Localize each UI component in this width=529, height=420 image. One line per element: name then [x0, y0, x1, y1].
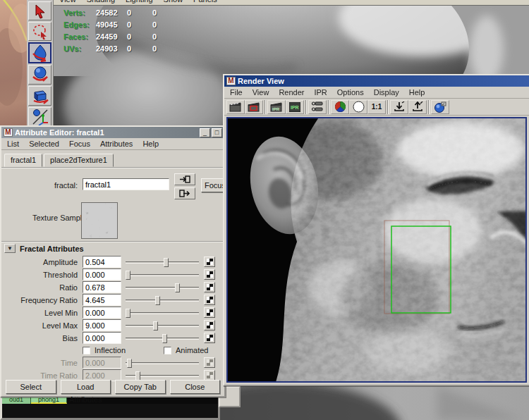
level-max-slider[interactable]	[126, 321, 199, 331]
ae-menu-attributes[interactable]: Attributes	[100, 140, 133, 148]
rv-menu-help[interactable]: Help	[409, 88, 425, 97]
clapperboard-icon	[229, 101, 242, 112]
keep-image-button[interactable]	[390, 100, 408, 114]
inflection-checkbox[interactable]	[83, 347, 90, 354]
render-current-frame-button[interactable]	[226, 100, 245, 114]
ae-menu-list[interactable]: List	[7, 140, 19, 148]
animated-checkbox[interactable]	[164, 347, 171, 354]
frequency-ratio-slider[interactable]	[126, 295, 199, 306]
checker-map-icon	[207, 284, 213, 290]
hud-uvs-col3: 0	[152, 44, 178, 53]
animated-label: Animated	[176, 346, 208, 354]
ratio-input[interactable]	[83, 281, 121, 293]
minimize-button[interactable]: _	[200, 128, 210, 137]
rv-menu-render[interactable]: Render	[279, 88, 304, 97]
hud-verts-row: Verts: 24582 0 0	[63, 6, 178, 18]
attribute-editor-tab-bar: fractal1 place2dTexture1	[1, 150, 224, 168]
render-view-menubar: File View Render IPR Options Display Hel…	[224, 87, 529, 99]
ratio-slider[interactable]	[126, 283, 199, 293]
tab-fractal1[interactable]: fractal1	[4, 154, 42, 167]
fractal-attributes-section-title: Fractal Attributes	[20, 245, 84, 253]
heads-up-display: Verts: 24582 0 0 Edges: 49045 0 0 Faces:…	[63, 6, 178, 54]
redo-previous-render-button[interactable]	[245, 100, 263, 114]
frequency-ratio-input[interactable]	[83, 294, 121, 306]
level-max-input[interactable]	[83, 319, 121, 331]
bias-input[interactable]	[83, 332, 121, 344]
copy-tab-button[interactable]: Copy Tab	[115, 380, 166, 394]
viewport-menu-view[interactable]: View	[59, 0, 76, 4]
amplitude-row: Amplitude	[1, 256, 224, 268]
display-real-size-button[interactable]: 1:1	[367, 100, 386, 114]
level-min-map-button[interactable]	[204, 307, 215, 318]
output-connection-button[interactable]	[174, 187, 195, 199]
checker-map-icon	[207, 335, 213, 341]
time-ratio-map-button	[204, 370, 215, 381]
rotate-tool-button[interactable]	[28, 65, 51, 85]
render-globals-button[interactable]	[431, 100, 449, 114]
snapshot-button[interactable]	[308, 100, 327, 114]
texture-sample-label: Texture Sample	[32, 214, 86, 222]
checker-map-icon	[207, 372, 213, 378]
rv-menu-display[interactable]: Display	[374, 88, 399, 97]
scale-cube-icon	[31, 87, 49, 105]
keep-image-arrow-icon	[394, 101, 405, 112]
scale-tool-button[interactable]	[28, 86, 51, 106]
hud-faces-col2: 0	[127, 32, 152, 41]
remove-image-button[interactable]	[408, 100, 427, 114]
select-tool-button[interactable]	[28, 1, 51, 20]
ae-menu-selected[interactable]: Selected	[29, 140, 59, 148]
close-button[interactable]: Close	[170, 380, 221, 394]
svg-text:IPR: IPR	[291, 105, 299, 110]
viewport-menu-panels[interactable]: Panels	[193, 0, 217, 4]
time-map-button	[204, 357, 215, 368]
collapse-arrow-icon[interactable]: ▼	[4, 244, 16, 253]
paint-selection-tool-button[interactable]	[28, 42, 51, 63]
frequency-ratio-map-button[interactable]	[204, 295, 215, 305]
level-min-input[interactable]	[83, 307, 121, 319]
attribute-editor-window: M Attribute Editor: fractal1 _ □ List Se…	[0, 125, 226, 397]
ipr-render-current-frame-button[interactable]: IPR	[267, 100, 286, 114]
tab-place2dtexture1[interactable]: place2dTexture1	[44, 154, 114, 167]
select-button[interactable]: Select	[6, 380, 56, 394]
rv-menu-file[interactable]: File	[230, 88, 243, 97]
rv-menu-options[interactable]: Options	[337, 88, 364, 97]
maya-window-icon: M	[4, 128, 13, 137]
texture-sample-swatch[interactable]	[81, 202, 118, 239]
viewport-menu-shading[interactable]: Shading	[87, 0, 115, 4]
hud-edges-row: Edges: 49045 0 0	[63, 18, 178, 30]
amplitude-slider[interactable]	[126, 257, 199, 268]
ae-menu-help[interactable]: Help	[142, 140, 159, 148]
hud-verts-col2: 0	[127, 8, 152, 17]
hud-edges-label: Edges:	[63, 20, 96, 29]
level-max-map-button[interactable]	[204, 320, 215, 331]
display-rgb-channels-button[interactable]	[331, 100, 349, 114]
load-attributes-button[interactable]: Load Attributes	[61, 380, 111, 394]
threshold-map-button[interactable]	[204, 269, 215, 280]
viewport-menu-show[interactable]: Show	[164, 0, 183, 4]
lasso-tool-button[interactable]	[28, 22, 51, 41]
threshold-slider[interactable]	[126, 270, 199, 280]
load-selected-button[interactable]	[174, 173, 195, 185]
ratio-map-button[interactable]	[204, 282, 215, 292]
attribute-editor-titlebar[interactable]: M Attribute Editor: fractal1 _ □	[1, 127, 224, 138]
render-view-titlebar[interactable]: M Render View	[224, 75, 529, 87]
bias-slider[interactable]	[126, 333, 199, 344]
bias-map-button[interactable]	[204, 333, 215, 343]
threshold-input[interactable]	[83, 268, 121, 280]
level-max-label: Level Max	[0, 321, 78, 330]
display-alpha-channel-button[interactable]	[349, 100, 367, 114]
level-max-row: Level Max	[1, 319, 224, 332]
amplitude-input[interactable]	[83, 256, 121, 268]
ae-menu-focus[interactable]: Focus	[69, 140, 90, 148]
redo-previous-ipr-render-button[interactable]: IPR	[286, 100, 304, 114]
rv-menu-view[interactable]: View	[253, 88, 269, 97]
rv-menu-ipr[interactable]: IPR	[314, 88, 327, 97]
fractal-name-input[interactable]	[83, 178, 169, 190]
level-min-slider[interactable]	[126, 308, 199, 319]
amplitude-map-button[interactable]	[204, 257, 215, 267]
snapshot-icon	[311, 101, 324, 112]
maximize-button[interactable]: □	[212, 128, 222, 137]
show-manipulator-tool-button[interactable]	[28, 107, 51, 127]
viewport-menu-lighting[interactable]: Lighting	[126, 0, 153, 4]
render-view-image[interactable]	[226, 117, 527, 383]
